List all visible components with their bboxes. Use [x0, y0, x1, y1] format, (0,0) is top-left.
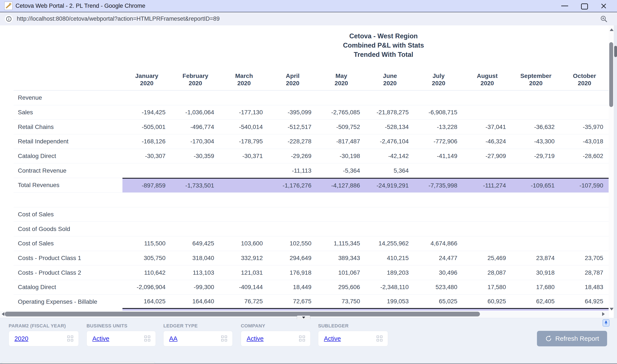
- row-label: Contract Revenue: [13, 163, 122, 178]
- table-cell: -1,036,064: [171, 105, 220, 120]
- table-cell: 102,550: [268, 236, 317, 251]
- table-cell: -170,304: [171, 134, 220, 149]
- param-value-subledger[interactable]: Active: [324, 331, 341, 346]
- column-month: October: [573, 72, 596, 80]
- report-title-line1: Cetova - West Region: [151, 31, 616, 41]
- table-cell: -505,001: [122, 119, 171, 134]
- scroll-down-icon[interactable]: [610, 308, 614, 310]
- table-cell: [171, 163, 220, 178]
- page-info-icon[interactable]: [5, 15, 13, 23]
- refresh-report-label: Refresh Report: [555, 335, 599, 342]
- table-cell: 103,600: [220, 236, 268, 251]
- param-value-business-units[interactable]: Active: [92, 331, 109, 346]
- table-cell: -5,364: [317, 163, 366, 178]
- address-bar: http://localhost:8080/cetova/webportal?a…: [0, 12, 617, 26]
- table-cell: -512,517: [268, 119, 317, 134]
- table-cell: -194,425: [122, 105, 171, 120]
- param-value-ledger-type[interactable]: AA: [169, 331, 178, 346]
- table-cell: [463, 163, 512, 178]
- table-cell: [366, 221, 414, 236]
- param-picker-icon[interactable]: [299, 336, 305, 342]
- table-cell: -2,765,085: [317, 105, 366, 120]
- param-value-fiscal-year[interactable]: 2020: [14, 331, 28, 346]
- table-cell: [512, 163, 560, 178]
- table-cell: [463, 221, 512, 236]
- table-cell: 28,787: [560, 265, 609, 280]
- clipped-row-cell: [268, 309, 317, 311]
- minimize-icon[interactable]: [561, 6, 568, 6]
- collapse-panel-button[interactable]: [297, 316, 310, 319]
- table-cell: [560, 163, 609, 178]
- column-month: May: [335, 72, 347, 80]
- column-header-empty: [13, 69, 122, 91]
- param-value-company[interactable]: Active: [247, 331, 264, 346]
- table-cell: -7,735,998: [414, 178, 463, 193]
- clipped-row-cell: [463, 309, 512, 311]
- refresh-report-button[interactable]: Refresh Report: [537, 331, 607, 346]
- table-cell: [560, 236, 609, 251]
- param-label-fiscal-year: PARAM2 (FISCAL YEAR): [9, 323, 79, 329]
- param-picker-icon[interactable]: [221, 336, 227, 342]
- table-cell: -43,300: [512, 134, 560, 149]
- zoom-in-icon[interactable]: [600, 15, 608, 23]
- table-cell: -817,487: [317, 134, 366, 149]
- column-year: 2020: [529, 80, 542, 87]
- close-icon[interactable]: [600, 3, 607, 9]
- row-label: Catalog Direct: [13, 149, 122, 163]
- table-cell: [122, 207, 171, 222]
- table-cell: 18,483: [560, 280, 609, 295]
- pin-panel-button[interactable]: [603, 319, 609, 326]
- table-cell: 189,203: [366, 265, 414, 280]
- maximize-icon[interactable]: [581, 3, 588, 10]
- table-cell: 24,477: [414, 251, 463, 265]
- column-header: May2020: [317, 69, 366, 91]
- table-cell: [366, 193, 414, 207]
- table-cell: [268, 221, 317, 236]
- table-cell: 17,580: [463, 280, 512, 295]
- table-cell: [414, 91, 463, 105]
- clipped-row-cell: [171, 309, 220, 311]
- table-cell: 115,500: [122, 236, 171, 251]
- table-cell: 101,067: [317, 265, 366, 280]
- table-cell: [512, 221, 560, 236]
- scroll-up-icon[interactable]: [610, 28, 614, 31]
- table-cell: -897,859: [122, 178, 171, 193]
- table-cell: -24,919,291: [366, 178, 414, 193]
- row-label: Retail Chains: [13, 119, 122, 134]
- scroll-right-icon[interactable]: [602, 312, 605, 316]
- table-cell: -540,014: [220, 119, 268, 134]
- table-cell: -6,908,715: [414, 105, 463, 120]
- table-cell: [560, 91, 609, 105]
- table-cell: 28,087: [463, 265, 512, 280]
- param-picker-icon[interactable]: [377, 336, 383, 342]
- table-cell: -4,127,886: [317, 178, 366, 193]
- param-picker-icon[interactable]: [144, 336, 150, 342]
- vertical-scrollbar-thumb[interactable]: [609, 42, 613, 107]
- column-month: February: [182, 72, 208, 80]
- column-month: September: [520, 72, 552, 80]
- table-cell: [463, 207, 512, 222]
- table-cell: 23,705: [560, 251, 609, 265]
- param-label-business-units: BUSINESS UNITS: [87, 323, 156, 329]
- table-cell: 305,750: [122, 251, 171, 265]
- table-cell: 164,640: [171, 295, 220, 309]
- column-header: October2020: [560, 69, 609, 91]
- param-card-ledger-type: AA: [163, 331, 233, 346]
- table-cell: [560, 207, 609, 222]
- table-cell: [220, 163, 268, 178]
- url-text[interactable]: http://localhost:8080/cetova/webportal?a…: [17, 12, 220, 26]
- column-year: 2020: [481, 80, 494, 87]
- scroll-left-icon[interactable]: [2, 312, 4, 316]
- horizontal-scrollbar-thumb[interactable]: [5, 312, 480, 316]
- table-cell: 294,649: [268, 251, 317, 265]
- param-picker-icon[interactable]: [67, 336, 73, 342]
- table-cell: -41,149: [414, 149, 463, 163]
- table-cell: 17,680: [512, 280, 560, 295]
- column-year: 2020: [189, 80, 202, 87]
- table-cell: [463, 236, 512, 251]
- table-cell: -395,099: [268, 105, 317, 120]
- table-cell: -111,274: [463, 178, 512, 193]
- table-cell: -37,041: [463, 119, 512, 134]
- window-scrollbar-thumb[interactable]: [614, 46, 617, 57]
- table-cell: 1,115,345: [317, 236, 366, 251]
